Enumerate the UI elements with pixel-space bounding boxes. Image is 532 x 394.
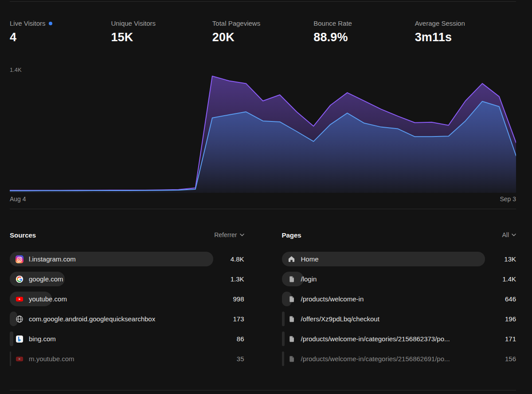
page-icon xyxy=(288,355,296,363)
stat-average-session: Average Session 3m11s xyxy=(415,20,516,44)
source-bar-area: m.youtube.com xyxy=(10,351,213,366)
source-label: youtube.com xyxy=(29,295,67,303)
sources-panel: Sources Referrer l.instagram.com xyxy=(10,230,244,371)
source-value: 1.3K xyxy=(213,275,244,283)
page-label: /products/welcome-in/categories/21568623… xyxy=(301,335,450,343)
page-icon xyxy=(288,275,296,283)
source-label: l.instagram.com xyxy=(29,255,76,263)
pages-filter-dropdown[interactable]: All xyxy=(502,231,516,238)
page-bar-area: /offers/Xz9pdLbq/checkout xyxy=(282,312,485,326)
page-row[interactable]: /products/welcome-in/categories/21568623… xyxy=(282,332,516,346)
top-divider xyxy=(10,1,516,2)
stat-total-pageviews: Total Pageviews 20K xyxy=(212,20,313,44)
source-value: 998 xyxy=(213,295,244,303)
page-label: /login xyxy=(301,275,317,283)
page-label: /products/welcome-in xyxy=(301,295,364,303)
page-bar-area: /products/welcome-in/categories/21568623… xyxy=(282,332,485,346)
source-bar-area: google.com xyxy=(10,272,213,286)
source-label: com.google.android.googlequicksearchbox xyxy=(29,315,155,323)
panels-row: Sources Referrer l.instagram.com xyxy=(10,230,516,371)
stat-value: 3m11s xyxy=(415,31,516,44)
stat-label: Average Session xyxy=(415,20,516,27)
page-label: Home xyxy=(301,255,319,263)
page-icon xyxy=(288,315,296,323)
x-axis-start-label: Aug 4 xyxy=(10,195,26,203)
page-value: 196 xyxy=(485,315,516,323)
page-label: /products/welcome-in/categories/21568626… xyxy=(301,355,450,363)
chart-bottom-divider xyxy=(10,209,516,209)
page-row[interactable]: /products/welcome-in 646 xyxy=(282,292,516,306)
page-row[interactable]: /offers/Xz9pdLbq/checkout 196 xyxy=(282,312,516,326)
page-row[interactable]: Home 13K xyxy=(282,252,516,266)
area-chart-svg[interactable] xyxy=(10,64,516,193)
pages-title: Pages xyxy=(282,231,301,239)
page-bar-area: /login xyxy=(282,272,485,286)
source-row[interactable]: m.youtube.com 35 xyxy=(10,351,244,366)
live-indicator-dot-icon xyxy=(49,22,52,25)
page-row[interactable]: /login 1.4K xyxy=(282,272,516,286)
instagram-icon xyxy=(16,255,23,263)
page-value: 171 xyxy=(485,335,516,343)
source-row[interactable]: l.instagram.com 4.8K xyxy=(10,252,244,266)
youtube-icon xyxy=(16,295,23,303)
source-bar-area: bing.com xyxy=(10,332,213,346)
stat-unique-visitors: Unique Visitors 15K xyxy=(111,20,212,44)
source-row[interactable]: bing.com 86 xyxy=(10,332,244,346)
page-icon xyxy=(288,295,296,303)
sources-filter-dropdown[interactable]: Referrer xyxy=(214,231,244,238)
page-bar-area: /products/welcome-in/categories/21568626… xyxy=(282,351,485,366)
home-icon xyxy=(288,255,296,263)
page-value: 646 xyxy=(485,295,516,303)
source-bar-area: youtube.com xyxy=(10,292,213,306)
youtube-icon xyxy=(16,355,23,363)
chevron-down-icon xyxy=(512,234,516,236)
source-value: 35 xyxy=(213,355,244,363)
sources-title: Sources xyxy=(10,231,36,239)
y-axis-max-label: 1.4K xyxy=(10,66,22,73)
page-bar-area: /products/welcome-in xyxy=(282,292,485,306)
stat-label: Bounce Rate xyxy=(313,20,415,27)
pages-list: Home 13K /login xyxy=(282,252,516,366)
stat-value: 4 xyxy=(10,31,111,44)
source-value: 86 xyxy=(213,335,244,343)
sources-list: l.instagram.com 4.8K google.com xyxy=(10,252,244,366)
source-label: m.youtube.com xyxy=(29,355,74,363)
sources-panel-header: Sources Referrer xyxy=(10,230,244,239)
page-row[interactable]: /products/welcome-in/categories/21568626… xyxy=(282,351,516,366)
stat-value: 88.9% xyxy=(313,31,415,44)
x-axis-labels: Aug 4 Sep 3 xyxy=(10,195,516,203)
chevron-down-icon xyxy=(240,234,244,236)
stat-label: Total Pageviews xyxy=(212,20,313,27)
bing-icon xyxy=(16,335,23,343)
source-label: google.com xyxy=(29,275,63,283)
stat-value: 15K xyxy=(111,31,212,44)
page-icon xyxy=(288,335,296,343)
stat-label-text: Live Visitors xyxy=(10,20,46,27)
page-bar-area: Home xyxy=(282,252,485,266)
stat-live-visitors: Live Visitors 4 xyxy=(10,20,111,44)
source-row[interactable]: com.google.android.googlequicksearchbox … xyxy=(10,312,244,326)
page-value: 13K xyxy=(485,255,516,263)
traffic-area-chart[interactable]: 1.4K xyxy=(10,64,516,193)
google-icon xyxy=(16,275,23,283)
page-value: 1.4K xyxy=(485,275,516,283)
source-bar-area: com.google.android.googlequicksearchbox xyxy=(10,312,213,326)
source-row[interactable]: google.com 1.3K xyxy=(10,272,244,286)
stat-label: Live Visitors xyxy=(10,20,111,27)
globe-icon xyxy=(16,315,23,323)
stat-bounce-rate: Bounce Rate 88.9% xyxy=(313,20,415,44)
stat-value: 20K xyxy=(212,31,313,44)
pages-filter-label: All xyxy=(502,231,509,238)
source-label: bing.com xyxy=(29,335,56,343)
source-bar-area: l.instagram.com xyxy=(10,252,213,266)
page-value: 156 xyxy=(485,355,516,363)
stat-label: Unique Visitors xyxy=(111,20,212,27)
x-axis-end-label: Sep 3 xyxy=(500,195,516,203)
sources-filter-label: Referrer xyxy=(214,231,237,238)
source-value: 173 xyxy=(213,315,244,323)
analytics-dashboard: Live Visitors 4 Unique Visitors 15K Tota… xyxy=(10,1,516,390)
bottom-divider xyxy=(10,390,516,390)
source-row[interactable]: youtube.com 998 xyxy=(10,292,244,306)
source-value: 4.8K xyxy=(213,255,244,263)
stats-row: Live Visitors 4 Unique Visitors 15K Tota… xyxy=(10,20,516,44)
